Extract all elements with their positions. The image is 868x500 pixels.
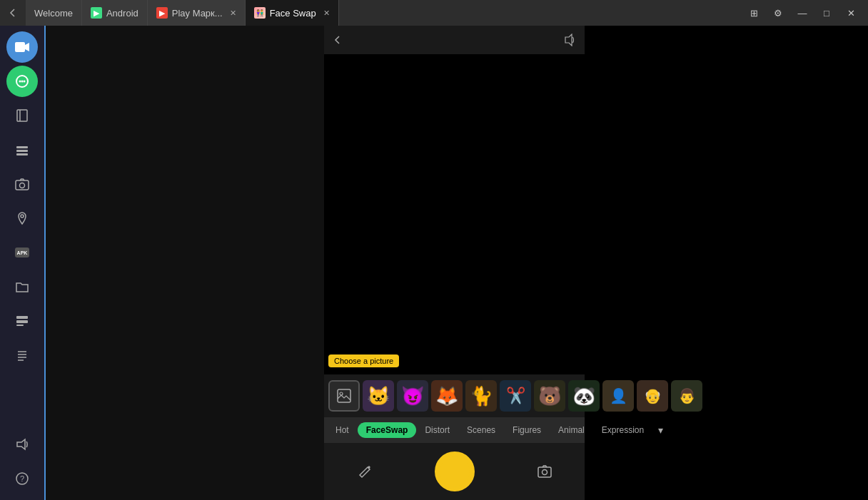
tab-play[interactable]: ▶ Play Марк... ✕ bbox=[148, 0, 246, 26]
sidebar-item-list2[interactable] bbox=[6, 340, 38, 371]
svg-rect-17 bbox=[16, 320, 28, 323]
phone-sound-button[interactable] bbox=[563, 34, 576, 46]
sidebar-item-chat[interactable] bbox=[6, 66, 38, 97]
cat-tab-faceswap[interactable]: FaceSwap bbox=[358, 422, 417, 438]
svg-text:APK: APK bbox=[17, 250, 28, 255]
svg-rect-6 bbox=[17, 110, 27, 121]
svg-rect-0 bbox=[15, 42, 25, 52]
filter-face1[interactable]: 👤 bbox=[602, 380, 634, 412]
filter-mask4[interactable]: 🐈 bbox=[465, 380, 497, 412]
grid-button[interactable]: ⊞ bbox=[742, 3, 765, 23]
svg-marker-23 bbox=[17, 439, 25, 449]
cat-tab-distort[interactable]: Distort bbox=[416, 422, 458, 438]
upload-filter-button[interactable] bbox=[328, 380, 360, 412]
filter-mask1[interactable]: 🐱 bbox=[363, 380, 394, 412]
svg-rect-10 bbox=[16, 153, 28, 155]
category-dropdown-button[interactable]: ▾ bbox=[652, 424, 669, 436]
android-icon: ▶ bbox=[91, 7, 102, 19]
svg-marker-1 bbox=[25, 43, 29, 51]
tab-play-close[interactable]: ✕ bbox=[230, 9, 236, 18]
cat-tab-figures[interactable]: Figures bbox=[504, 422, 550, 438]
main-area: APK ? bbox=[0, 26, 868, 500]
sidebar: APK ? bbox=[0, 26, 46, 500]
cat-tab-scenes[interactable]: Scenes bbox=[458, 422, 504, 438]
phone-top-bar bbox=[324, 26, 585, 54]
sidebar-item-video[interactable] bbox=[6, 31, 38, 63]
svg-point-13 bbox=[21, 215, 24, 218]
faceswap-tab-icon: 👫 bbox=[254, 7, 266, 19]
pencil-button[interactable] bbox=[352, 459, 378, 484]
maximize-button[interactable]: □ bbox=[815, 3, 838, 23]
svg-rect-9 bbox=[16, 150, 28, 152]
camera-view bbox=[324, 54, 585, 374]
play-icon: ▶ bbox=[156, 7, 168, 19]
filter-face2[interactable]: 👴 bbox=[637, 380, 668, 412]
sidebar-item-book[interactable] bbox=[6, 100, 38, 131]
phone-back-button[interactable] bbox=[333, 35, 343, 45]
sidebar-item-folder[interactable] bbox=[6, 271, 38, 302]
filter-mask5[interactable]: ✂️ bbox=[500, 380, 531, 412]
phone-area: Choose a picture 🐱 😈 🦊 🐈 ✂️ 🐻 🐼 👤 👴 bbox=[324, 26, 585, 500]
settings-button[interactable]: ⚙ bbox=[767, 3, 789, 23]
choose-picture-button[interactable]: Choose a picture bbox=[328, 354, 399, 367]
filter-face3[interactable]: 👨 bbox=[671, 380, 702, 412]
capture-inner bbox=[440, 456, 470, 486]
svg-point-29 bbox=[542, 470, 547, 475]
cat-tab-expression[interactable]: Expression bbox=[593, 422, 652, 438]
svg-text:?: ? bbox=[20, 474, 24, 483]
sidebar-item-sound[interactable] bbox=[6, 429, 38, 460]
tab-welcome-label: Welcome bbox=[34, 8, 73, 19]
svg-point-4 bbox=[21, 81, 24, 83]
svg-rect-28 bbox=[538, 467, 551, 477]
sidebar-item-help[interactable]: ? bbox=[6, 463, 38, 494]
svg-point-3 bbox=[19, 81, 21, 83]
sidebar-item-camera[interactable] bbox=[6, 168, 38, 200]
filter-mask7[interactable]: 🐼 bbox=[568, 380, 600, 412]
svg-rect-16 bbox=[16, 316, 28, 319]
sidebar-item-list1[interactable] bbox=[6, 305, 38, 337]
bottom-controls bbox=[324, 443, 585, 500]
category-tabs: Hot FaceSwap Distort Scenes Figures Anim… bbox=[324, 417, 585, 443]
filter-mask2[interactable]: 😈 bbox=[397, 380, 428, 412]
svg-point-12 bbox=[20, 183, 25, 188]
capture-button[interactable] bbox=[435, 451, 475, 491]
sidebar-item-apk[interactable]: APK bbox=[6, 237, 38, 268]
tab-android-label: Android bbox=[106, 8, 138, 19]
cat-tab-animal[interactable]: Animal bbox=[550, 422, 593, 438]
cat-tab-hot[interactable]: Hot bbox=[327, 422, 358, 438]
left-panel bbox=[46, 26, 324, 500]
filter-mask3[interactable]: 🦊 bbox=[431, 380, 463, 412]
title-bar-back-button[interactable] bbox=[0, 0, 26, 26]
svg-point-5 bbox=[24, 81, 26, 83]
svg-rect-26 bbox=[338, 389, 350, 402]
filter-mask6[interactable]: 🐻 bbox=[534, 380, 565, 412]
tab-play-label: Play Марк... bbox=[172, 8, 223, 19]
tab-faceswap-close[interactable]: ✕ bbox=[323, 9, 330, 18]
sidebar-item-layers[interactable] bbox=[6, 134, 38, 165]
tab-welcome[interactable]: Welcome bbox=[26, 0, 82, 26]
filter-bar: Choose a picture 🐱 😈 🦊 🐈 ✂️ 🐻 🐼 👤 👴 bbox=[324, 374, 585, 417]
window-controls: ⊞ ⚙ — □ ✕ bbox=[742, 3, 868, 23]
title-bar: Welcome ▶ Android ▶ Play Марк... ✕ 👫 Fac… bbox=[0, 0, 868, 26]
svg-rect-8 bbox=[16, 146, 28, 148]
sidebar-item-location[interactable] bbox=[6, 203, 38, 234]
tab-android[interactable]: ▶ Android bbox=[82, 0, 148, 26]
close-button[interactable]: ✕ bbox=[839, 3, 862, 23]
tab-faceswap[interactable]: 👫 Face Swap ✕ bbox=[246, 0, 339, 26]
svg-rect-18 bbox=[16, 325, 24, 326]
camera-switch-button[interactable] bbox=[532, 459, 557, 484]
tab-faceswap-label: Face Swap bbox=[270, 8, 316, 19]
minimize-button[interactable]: — bbox=[791, 3, 814, 23]
